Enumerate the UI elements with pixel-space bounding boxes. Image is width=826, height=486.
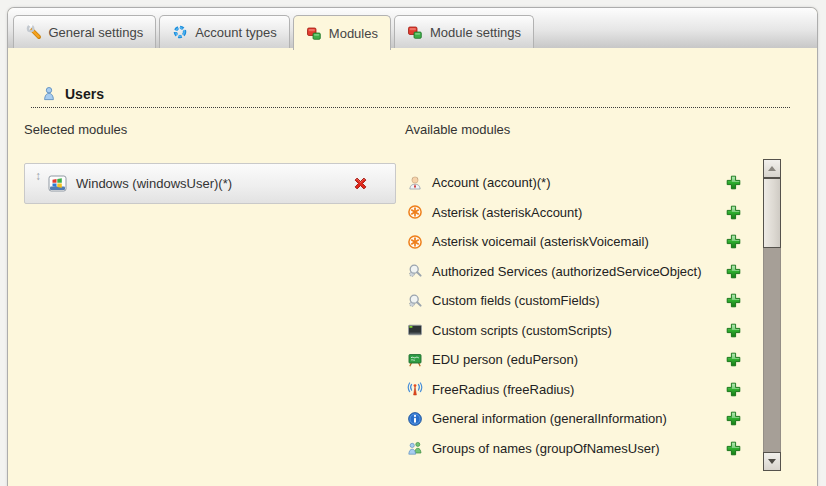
available-module-name: FreeRadius (freeRadius) bbox=[432, 382, 726, 397]
available-module-name: Custom scripts (customScripts) bbox=[432, 323, 726, 338]
magnifier-gear-icon bbox=[407, 263, 423, 279]
available-module-row: Groups of names (groupOfNamesUser) bbox=[405, 434, 741, 464]
add-module-button[interactable] bbox=[726, 323, 741, 338]
tab[interactable]: Module settings bbox=[394, 15, 534, 48]
modules-icon bbox=[306, 25, 322, 41]
scrollbar-track[interactable] bbox=[763, 178, 781, 452]
available-module-row: Asterisk voicemail (asteriskVoicemail) bbox=[405, 227, 741, 257]
settings-panel: General settings Account types Modules M… bbox=[7, 7, 818, 486]
available-module-row: FreeRadius (freeRadius) bbox=[405, 375, 741, 405]
available-module-row: EDU person (eduPerson) bbox=[405, 345, 741, 375]
add-module-button[interactable] bbox=[726, 293, 741, 308]
add-module-button[interactable] bbox=[726, 382, 741, 397]
arrow-down-icon bbox=[768, 459, 776, 464]
modules-columns: Selected modules ↕ Windows (windowsUser)… bbox=[24, 122, 817, 463]
gear-icon bbox=[172, 24, 188, 40]
tab[interactable]: Account types bbox=[159, 15, 290, 48]
add-module-button[interactable] bbox=[726, 411, 741, 426]
add-module-button[interactable] bbox=[726, 175, 741, 190]
tab[interactable]: General settings bbox=[13, 15, 157, 48]
available-modules-label: Available modules bbox=[405, 122, 817, 138]
content-area: Users Selected modules ↕ Windows (window… bbox=[8, 86, 817, 486]
asterisk-icon bbox=[407, 204, 423, 220]
antenna-icon bbox=[407, 381, 423, 397]
drag-handle-icon[interactable]: ↕ bbox=[35, 170, 41, 182]
available-module-name: Custom fields (customFields) bbox=[432, 293, 726, 308]
scroll-down-button[interactable] bbox=[763, 452, 781, 471]
selected-module-name: Windows (windowsUser)(*) bbox=[76, 176, 352, 191]
available-module-row: General information (generalInformation) bbox=[405, 404, 741, 434]
section-title: Users bbox=[65, 86, 104, 102]
tab-label: Module settings bbox=[430, 25, 521, 40]
selected-module-row: ↕ Windows (windowsUser)(*) bbox=[24, 163, 396, 204]
available-module-name: General information (generalInformation) bbox=[432, 411, 726, 426]
account-icon bbox=[407, 175, 423, 191]
section-header: Users bbox=[31, 86, 790, 108]
info-icon bbox=[407, 411, 423, 427]
available-modules-list: Account (account)(*) bbox=[405, 168, 741, 463]
available-modules-column: Available modules Account (account)(*) bbox=[405, 122, 817, 463]
scrollbar-thumb[interactable] bbox=[763, 178, 781, 248]
terminal-icon bbox=[407, 322, 423, 338]
scrollbar[interactable] bbox=[763, 159, 781, 471]
available-module-name: Asterisk voicemail (asteriskVoicemail) bbox=[432, 234, 726, 249]
magnifier-gear-icon bbox=[407, 293, 423, 309]
tab[interactable]: Modules bbox=[293, 15, 391, 50]
available-module-row: Authorized Services (authorizedServiceOb… bbox=[405, 257, 741, 287]
available-module-name: Groups of names (groupOfNamesUser) bbox=[432, 441, 726, 456]
available-module-row: Account (account)(*) bbox=[405, 168, 741, 198]
asterisk-icon bbox=[407, 234, 423, 250]
scroll-up-button[interactable] bbox=[763, 159, 781, 178]
add-module-button[interactable] bbox=[726, 264, 741, 279]
add-module-button[interactable] bbox=[726, 441, 741, 456]
available-module-row: Custom fields (customFields) bbox=[405, 286, 741, 316]
selected-modules-list: ↕ Windows (windowsUser)(*) bbox=[24, 163, 396, 204]
available-module-name: Authorized Services (authorizedServiceOb… bbox=[432, 264, 726, 279]
modules-icon bbox=[407, 24, 423, 40]
add-module-button[interactable] bbox=[726, 234, 741, 249]
arrow-up-icon bbox=[768, 166, 776, 171]
blackboard-icon bbox=[407, 352, 423, 368]
available-module-row: Asterisk (asteriskAccount) bbox=[405, 198, 741, 228]
available-module-name: Asterisk (asteriskAccount) bbox=[432, 205, 726, 220]
group-icon bbox=[407, 440, 423, 456]
available-module-name: Account (account)(*) bbox=[432, 175, 726, 190]
available-module-name: EDU person (eduPerson) bbox=[432, 352, 726, 367]
tab-label: Modules bbox=[329, 26, 378, 41]
tab-bar: General settings Account types Modules M… bbox=[8, 8, 817, 48]
selected-modules-column: Selected modules ↕ Windows (windowsUser)… bbox=[24, 122, 396, 463]
add-module-button[interactable] bbox=[726, 205, 741, 220]
tab-label: Account types bbox=[195, 25, 277, 40]
tab-label: General settings bbox=[49, 25, 144, 40]
add-module-button[interactable] bbox=[726, 352, 741, 367]
user-icon bbox=[41, 86, 57, 102]
selected-modules-label: Selected modules bbox=[24, 122, 396, 138]
wrench-icon bbox=[26, 24, 42, 40]
remove-module-button[interactable] bbox=[352, 175, 369, 192]
available-module-row: Custom scripts (customScripts) bbox=[405, 316, 741, 346]
windows-icon bbox=[48, 174, 67, 193]
